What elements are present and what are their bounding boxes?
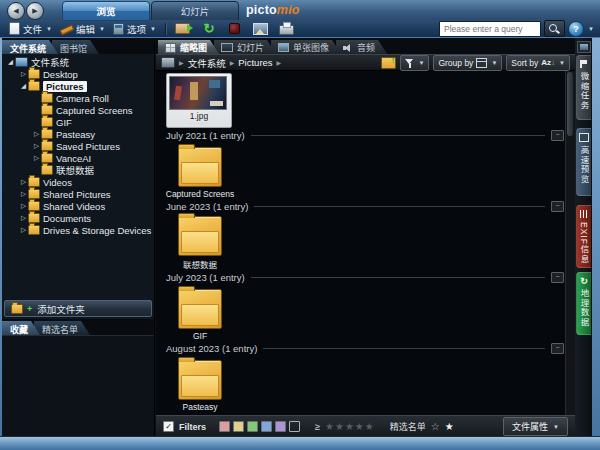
tree-item-documents[interactable]: ▷Documents [2, 212, 153, 224]
tree-item-label: Shared Videos [43, 201, 105, 212]
panel-tab-item-0[interactable]: 微缩任务 [576, 55, 591, 120]
sort-by-button[interactable]: Sort byAz↓▼ [506, 55, 570, 71]
display-icon[interactable] [577, 41, 591, 53]
tree-item-drives-storage-devices[interactable]: ▷Drives & Storage Devices [2, 224, 153, 236]
view-tab-item-2[interactable]: 单张图像 [271, 40, 341, 54]
send-button[interactable] [173, 22, 193, 36]
collapse-group-button[interactable]: − [551, 343, 564, 354]
tree-item-shared-pictures[interactable]: ▷Shared Pictures [2, 188, 153, 200]
color-swatch-5[interactable] [289, 421, 300, 432]
image-tile-1-jpg[interactable]: 1.jpg····· [166, 73, 232, 128]
tree-item-pictures[interactable]: ◢Pictures [2, 80, 153, 92]
add-folder-label: 添加文件夹 [37, 302, 85, 316]
record-button[interactable] [225, 22, 245, 36]
tree-item-item-9[interactable]: 联想数据 [2, 164, 153, 176]
tree-expanded-arrow-icon[interactable]: ◢ [19, 82, 28, 90]
back-button[interactable]: ◀ [7, 2, 25, 20]
view-tab-item-0[interactable]: 缩略图 [158, 40, 219, 54]
folder-icon [28, 69, 40, 79]
window-tab-slideshow[interactable]: 幻灯片 [151, 1, 239, 21]
breadcrumb-item-pictures[interactable]: Pictures [238, 57, 272, 68]
tree-collapsed-arrow-icon[interactable]: ▷ [32, 154, 41, 162]
refresh-button[interactable]: ↻ [199, 22, 219, 36]
search-icon[interactable] [544, 20, 565, 37]
tree-item-gif[interactable]: GIF [2, 116, 153, 128]
group-label: June 2023 (1 entry) [166, 201, 248, 212]
color-swatch-4[interactable] [275, 421, 286, 432]
view-tab-item-3[interactable]: 音频 [336, 40, 387, 54]
tree-item-camera-roll[interactable]: Camera Roll [2, 92, 153, 104]
folder-tile-item-2[interactable]: 联想数据 [168, 214, 232, 270]
window-tab-browse[interactable]: 浏览 [62, 1, 150, 21]
group-by-button[interactable]: Group by▼ [433, 55, 502, 71]
tree-item-shared-videos[interactable]: ▷Shared Videos [2, 200, 153, 212]
sidebar-tab-item-0[interactable]: 文件系统 [2, 40, 58, 54]
tree-collapsed-arrow-icon[interactable]: ▷ [19, 202, 28, 210]
group-divider: July 2021 (1 entry)− [166, 130, 564, 141]
tree-collapsed-arrow-icon[interactable]: ▷ [32, 142, 41, 150]
folder-icon [28, 201, 40, 211]
color-swatch-0[interactable] [219, 421, 230, 432]
tree-item-desktop[interactable]: ▷Desktop [2, 68, 153, 80]
search-input[interactable] [439, 21, 541, 37]
color-swatch-1[interactable] [233, 421, 244, 432]
view-tab-label: 缩略图 [180, 41, 207, 54]
tree-collapsed-arrow-icon[interactable]: ▷ [32, 130, 41, 138]
forward-button[interactable]: ▶ [26, 2, 44, 20]
tree-item-captured-screens[interactable]: Captured Screens [2, 104, 153, 116]
collapse-group-button[interactable]: − [551, 272, 564, 283]
filter-funnel-button[interactable]: ▼ [400, 55, 429, 71]
rating-stars-filter[interactable]: ★★★★★ [325, 421, 375, 432]
image-button[interactable] [251, 22, 271, 36]
folder-up-icon[interactable] [381, 57, 396, 69]
folder-icon [41, 165, 53, 175]
computer-icon[interactable] [161, 57, 175, 68]
group-label: July 2021 (1 entry) [166, 130, 245, 141]
folder-tile-pasteasy[interactable]: Pasteasy [168, 356, 232, 412]
search-area: ? ▼ [439, 20, 594, 37]
panel-tab-label: 微缩任务 [578, 72, 590, 110]
panel-tab-item-3[interactable]: ↻地理数据 [576, 272, 591, 335]
add-folder-button[interactable]: + 添加文件夹 [4, 300, 152, 317]
tree-item-label: Videos [43, 177, 72, 188]
folder-tile-gif[interactable]: GIF [168, 285, 232, 341]
star-outline-icon[interactable]: ☆ [431, 421, 440, 432]
menu-item-0-button[interactable]: 文件▼ [6, 21, 55, 37]
folder-tile-captured-screens[interactable]: Captured Screens [168, 143, 232, 199]
collapse-group-button[interactable]: − [551, 130, 564, 141]
tree-collapsed-arrow-icon[interactable]: ▷ [19, 190, 28, 198]
folder-label: GIF [193, 331, 207, 341]
color-swatch-3[interactable] [261, 421, 272, 432]
vertical-scrollbar[interactable] [565, 71, 575, 415]
menu-item-2-button[interactable]: 选项▼ [110, 21, 159, 37]
tree-item-videos[interactable]: ▷Videos [2, 176, 153, 188]
view-tab-label: 幻灯片 [237, 41, 264, 54]
sidebar-bottom-tab-item-1[interactable]: 精选名单 [34, 321, 90, 335]
tree-item-saved-pictures[interactable]: ▷Saved Pictures [2, 140, 153, 152]
exif-icon [580, 210, 588, 218]
collapse-group-button[interactable]: − [551, 201, 564, 212]
breadcrumb-item-item-0[interactable]: 文件系统 [188, 56, 226, 70]
menu-item-1-button[interactable]: 编辑▼ [57, 21, 108, 37]
filters-checkbox[interactable]: ✓ [163, 421, 174, 432]
tree-item-item-0[interactable]: ◢文件系统 [2, 56, 153, 68]
sidebar-tab-item-1[interactable]: 图书馆 [52, 40, 99, 54]
tree-item-label: Drives & Storage Devices [43, 225, 151, 236]
scrollbar-thumb[interactable] [567, 72, 573, 136]
tree-expanded-arrow-icon[interactable]: ◢ [6, 58, 15, 66]
tree-item-pasteasy[interactable]: ▷Pasteasy [2, 128, 153, 140]
star-filled-icon[interactable]: ★ [445, 421, 454, 432]
panel-tab-item-1[interactable]: 高速预览 [576, 128, 591, 196]
tree-collapsed-arrow-icon[interactable]: ▷ [19, 226, 28, 234]
color-swatch-2[interactable] [247, 421, 258, 432]
file-properties-button[interactable]: 文件属性▼ [503, 417, 568, 436]
panel-tab-exif[interactable]: EXIF信息 [576, 205, 591, 268]
tree-item-label: Shared Pictures [43, 189, 111, 200]
tree-collapsed-arrow-icon[interactable]: ▷ [19, 214, 28, 222]
view-tab-item-1[interactable]: 幻灯片 [214, 40, 276, 54]
tree-collapsed-arrow-icon[interactable]: ▷ [19, 70, 28, 78]
help-button[interactable]: ? [568, 21, 584, 37]
help-caret-icon[interactable]: ▼ [588, 26, 594, 32]
tree-collapsed-arrow-icon[interactable]: ▷ [19, 178, 28, 186]
print-button[interactable] [277, 22, 297, 36]
